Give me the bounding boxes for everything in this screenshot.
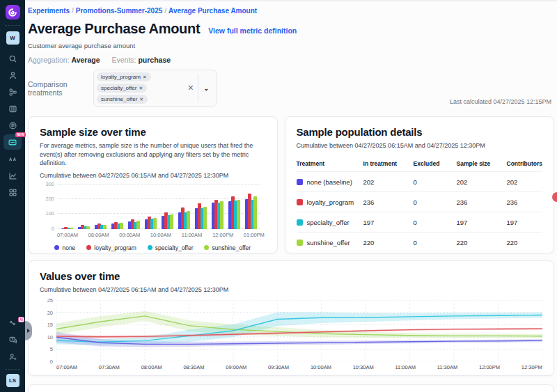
pulse-icon[interactable] <box>3 118 22 133</box>
table-cell: 197 <box>507 219 542 226</box>
bar-sunshine_offer[interactable] <box>203 207 207 229</box>
treatment-color-swatch <box>297 179 303 185</box>
bar-sunshine_offer[interactable] <box>120 223 123 229</box>
main-content: Experiments/Promotions-Summer-2025/Avera… <box>25 0 557 392</box>
users-icon[interactable] <box>3 68 22 83</box>
bar-group[interactable] <box>111 222 123 229</box>
bar-group[interactable] <box>178 207 190 229</box>
ai-assistant-icon[interactable]: AI <box>3 315 22 331</box>
bar-sunshine_offer[interactable] <box>103 225 107 229</box>
bar-sunshine_offer[interactable] <box>153 218 157 229</box>
clear-all-icon[interactable]: ✕ <box>183 84 198 93</box>
bar-sunshine_offer[interactable] <box>136 221 140 229</box>
feature-gates-icon[interactable] <box>3 84 22 100</box>
chip-label: sunshine_offer <box>101 96 137 102</box>
legend-dot <box>54 245 59 250</box>
treatments-select[interactable]: loyalty_program✕specialty_offer✕sunshine… <box>93 70 217 107</box>
workspace-avatar[interactable]: W <box>6 31 19 45</box>
feedback-edge-tab[interactable] <box>552 192 557 202</box>
app-logo-icon[interactable] <box>6 5 20 19</box>
bar-sunshine_offer[interactable] <box>187 211 190 229</box>
x-axis-tick: 01:00PM <box>244 232 265 238</box>
bar-group[interactable] <box>78 225 90 229</box>
y-axis-tick: 20 <box>40 310 53 316</box>
last-calculated: Last calculated 04/27/2025 12:15PM <box>450 98 551 105</box>
x-axis-tick: 11:00AM <box>182 232 202 238</box>
bar-group[interactable] <box>228 196 240 229</box>
bar-sunshine_offer[interactable] <box>70 228 73 228</box>
treatment-chip[interactable]: specialty_offer✕ <box>97 84 147 93</box>
y-axis-tick: 200 <box>40 196 54 202</box>
y-axis-tick: 10 <box>40 334 53 340</box>
table-cell: 0 <box>414 198 457 206</box>
chevron-down-icon[interactable]: ⌄ <box>198 85 214 92</box>
population-cumulative: Cumulative between 04/27/2025 06:15AM an… <box>297 142 542 149</box>
chip-remove-icon[interactable]: ✕ <box>139 97 143 102</box>
search-icon[interactable] <box>3 51 22 66</box>
legend-label: none <box>62 244 75 251</box>
treatment-chip[interactable]: loyalty_program✕ <box>97 72 151 81</box>
legend-dot <box>148 245 152 250</box>
bar-sunshine_offer[interactable] <box>220 201 223 228</box>
bar-group[interactable] <box>61 227 73 229</box>
treatment-chip[interactable]: sunshine_offer✕ <box>97 95 148 104</box>
aggregation-row: Aggregation: Average Events: purchase <box>28 56 554 64</box>
legend-dot <box>204 245 209 250</box>
table-row: specialty_offer1970197197 <box>297 212 542 232</box>
table-row: loyalty_program2360236236 <box>297 191 542 212</box>
sample-size-card: Sample size over time For average metric… <box>28 116 278 253</box>
x-axis-tick: 07:00AM <box>56 364 77 370</box>
table-cell: 0 <box>414 239 457 246</box>
funnels-icon[interactable] <box>3 101 22 116</box>
dashboards-icon[interactable] <box>3 185 22 200</box>
bar-sunshine_offer[interactable] <box>170 214 173 229</box>
bar-group[interactable] <box>195 203 207 229</box>
column-header: Excluded <box>414 160 457 167</box>
treatment-color-swatch <box>297 219 303 226</box>
column-header: Sample size <box>457 160 507 167</box>
x-axis-tick: 09:00AM <box>119 232 140 238</box>
bar-group[interactable] <box>145 217 157 229</box>
table-cell: 236 <box>507 198 542 206</box>
y-axis-tick: 25 <box>40 297 53 304</box>
legend-item[interactable]: loyalty_program <box>86 244 136 251</box>
table-header-row: TreatmentIn treatmentExcludedSample size… <box>297 156 542 171</box>
breadcrumb-experiments[interactable]: Experiments <box>28 7 70 15</box>
invite-user-icon[interactable] <box>3 349 22 364</box>
metric-dispersion-card: Metric dispersion Cumulative between 04/… <box>28 384 554 392</box>
breadcrumb-experiment-name[interactable]: Promotions-Summer-2025 <box>76 7 162 15</box>
legend-item[interactable]: specialty_offer <box>148 244 194 251</box>
metrics-icon[interactable]: NEW <box>3 134 22 150</box>
y-axis-tick: 0 <box>40 359 53 365</box>
bar-group[interactable] <box>245 194 257 228</box>
new-badge: NEW <box>15 132 26 137</box>
population-table: TreatmentIn treatmentExcludedSample size… <box>297 156 542 252</box>
insights-chart-icon[interactable] <box>3 168 22 183</box>
help-chat-icon[interactable] <box>3 332 22 347</box>
experiments-icon[interactable] <box>3 151 22 166</box>
column-header: Contributors <box>507 160 542 167</box>
chip-remove-icon[interactable]: ✕ <box>139 86 143 91</box>
bar-sunshine_offer[interactable] <box>86 226 90 228</box>
table-row: none (baseline)2020202202 <box>297 171 542 191</box>
bar-sunshine_offer[interactable] <box>237 200 240 229</box>
table-cell: 236 <box>363 198 414 206</box>
bar-group[interactable] <box>162 212 173 229</box>
bar-sunshine_offer[interactable] <box>253 196 257 229</box>
x-axis-tick: 07:30AM <box>99 364 120 370</box>
chip-remove-icon[interactable]: ✕ <box>143 75 147 80</box>
bar-group[interactable] <box>128 219 140 229</box>
bar-group[interactable] <box>212 200 223 229</box>
comparison-treatments-label: Comparison treatments <box>28 80 93 97</box>
population-title: Sample population details <box>297 126 542 138</box>
table-cell: 197 <box>363 219 414 226</box>
treatment-name: none (baseline) <box>307 178 353 186</box>
legend-item[interactable]: sunshine_offer <box>204 244 251 251</box>
user-avatar[interactable]: LS <box>6 374 19 387</box>
table-row: sunshine_offer2200220220 <box>297 232 542 252</box>
x-axis-tick: 12:30PM <box>521 364 542 370</box>
treatment-name: loyalty_program <box>307 198 354 206</box>
legend-item[interactable]: none <box>54 244 75 251</box>
bar-group[interactable] <box>95 224 107 229</box>
view-metric-definition-link[interactable]: View full metric definition <box>208 26 297 35</box>
